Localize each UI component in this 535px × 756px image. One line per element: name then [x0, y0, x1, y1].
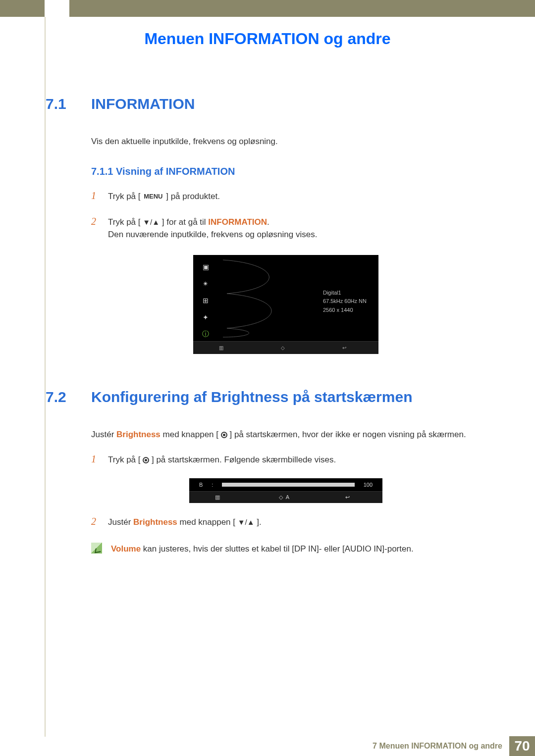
jog-button-icon: [143, 457, 149, 463]
down-up-arrow-icon: ▼/▲: [143, 218, 160, 226]
page-number: 70: [509, 736, 535, 756]
brightness-keyword: Brightness: [133, 517, 177, 527]
text: med knappen [: [177, 517, 238, 527]
auto-icon: ▥: [219, 345, 223, 351]
setup-icon: ✦: [200, 312, 211, 322]
text: Justér: [108, 517, 133, 527]
step-number: 1: [91, 188, 99, 203]
text: Den nuværende inputkilde, frekvens og op…: [108, 230, 317, 239]
step-2: 2 Tryk på [ ▼/▲ ] for at gå til INFORMAT…: [91, 214, 481, 241]
adjust-icon: ◇: [279, 494, 283, 501]
note: Volume kan justeres, hvis der sluttes et…: [91, 543, 481, 555]
brightness-label: B: [199, 482, 203, 488]
osd-frequency: 67.5kHz 60Hz NN: [323, 297, 367, 306]
text: Justér: [91, 430, 116, 439]
step-1: 1 Tryk på [ MENU ] på produktet.: [91, 188, 481, 203]
osd-info-panel: Digital1 67.5kHz 60Hz NN 2560 x 1440: [323, 289, 367, 315]
osd-menu-list: ▣⠀ ✴⠀ ⊞⠀ ✦⠀ ⓘ⠀: [200, 262, 224, 339]
page-footer: 7 Menuen INFORMATION og andre 70: [0, 736, 535, 756]
osd-label: ⠀: [215, 264, 218, 269]
note-text: Volume kan justeres, hvis der sluttes et…: [111, 543, 414, 555]
step-body: Justér Brightness med knappen [ ▼/▲ ].: [108, 516, 481, 529]
text: ].: [255, 517, 262, 527]
text: ] på startskærmen, hvor der ikke er noge…: [227, 430, 466, 439]
step-number: 2: [91, 514, 99, 529]
note-icon: [91, 543, 102, 554]
step-number: 1: [91, 452, 99, 466]
osd-footer: ▥⠀ ◇⠀ ↩⠀: [193, 341, 378, 354]
return-icon: ↩: [345, 494, 350, 501]
text: ] på startskærmen. Følgende skærmbillede…: [149, 455, 336, 464]
text: .: [267, 217, 269, 227]
section-title: Konfigurering af Brightness på startskær…: [91, 389, 412, 405]
menu-button-label: MENU: [143, 192, 163, 202]
section-number: 7.2: [46, 389, 74, 405]
step-body: Tryk på [ ▼/▲ ] for at gå til INFORMATIO…: [108, 216, 481, 241]
osd-screenshot: ▣⠀ ✴⠀ ⊞⠀ ✦⠀ ⓘ⠀ Digital1 67.5kHz 60Hz NN …: [193, 255, 378, 354]
section-number: 7.1: [46, 96, 74, 112]
page-title: Menuen INFORMATION og andre: [0, 30, 535, 48]
subsection-heading: 7.1.1 Visning af INFORMATION: [91, 166, 481, 177]
text: Tryk på [: [108, 192, 143, 201]
text: kan justeres, hvis der sluttes et kabel …: [141, 544, 414, 554]
osd-curve: [222, 259, 291, 338]
left-border: [45, 17, 46, 737]
text: ] for at gå til: [160, 217, 208, 227]
brightness-bar-screenshot: B : 100 ▥⠀ ◇ A⠀ ↩⠀: [189, 478, 382, 503]
step-2: 2 Justér Brightness med knappen [ ▼/▲ ].: [91, 514, 481, 529]
text: ] på produktet.: [164, 192, 220, 201]
color-icon: ✴: [200, 279, 211, 289]
step-1: 1 Tryk på [ ] på startskærmen. Følgende …: [91, 452, 481, 466]
step-body: Tryk på [ ] på startskærmen. Følgende sk…: [108, 454, 481, 466]
size-icon: ⊞: [200, 296, 211, 305]
osd-label: ⠀: [215, 331, 218, 337]
section-heading: 7.2 Konfigurering af Brightness på start…: [46, 389, 481, 405]
header-bar: [0, 0, 535, 17]
brightness-value: 100: [364, 482, 373, 488]
jog-button-icon: [221, 432, 227, 438]
step-body: Tryk på [ MENU ] på produktet.: [108, 190, 481, 203]
down-up-arrow-icon: ▼/▲: [238, 518, 255, 526]
footer-chapter: 7 Menuen INFORMATION og andre: [373, 742, 502, 751]
move-icon: ◇: [281, 345, 285, 351]
info-icon: ⓘ: [200, 329, 211, 339]
volume-keyword: Volume: [111, 544, 141, 554]
brightness-keyword: Brightness: [116, 430, 160, 439]
information-keyword: INFORMATION: [208, 217, 267, 227]
header-tab: [45, 0, 69, 17]
text: Tryk på [: [108, 455, 143, 464]
osd-source: Digital1: [323, 289, 367, 298]
osd-resolution: 2560 x 1440: [323, 306, 367, 315]
return-icon: ↩: [342, 345, 346, 351]
text: med knappen [: [160, 430, 221, 439]
intro-paragraph: Justér Brightness med knappen [ ] på sta…: [91, 428, 481, 441]
step-number: 2: [91, 214, 99, 229]
intro-paragraph: Vis den aktuelle inputkilde, frekvens og…: [91, 135, 481, 148]
auto-icon: ▥: [215, 494, 220, 501]
section-heading: 7.1 INFORMATION: [46, 96, 481, 112]
osd-label: ⠀: [215, 314, 218, 320]
osd-label: ⠀: [215, 298, 218, 303]
picture-icon: ▣: [200, 262, 211, 272]
osd-label: ⠀: [215, 281, 218, 286]
text: Tryk på [: [108, 217, 143, 227]
section-title: INFORMATION: [91, 96, 195, 112]
brightness-track: [222, 483, 354, 487]
